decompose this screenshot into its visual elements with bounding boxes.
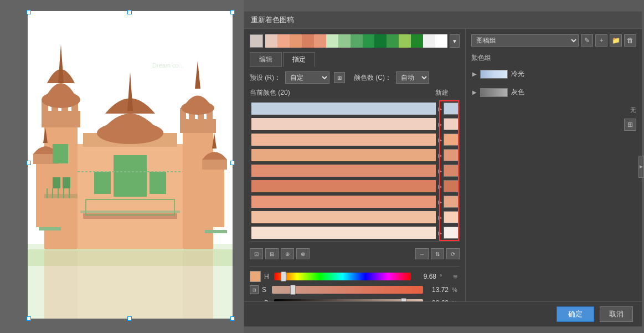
- arrow-icon-5: ▶: [438, 168, 442, 174]
- selection-handle-mr[interactable]: [230, 161, 235, 165]
- b-slider-thumb[interactable]: [401, 298, 406, 301]
- new-swatch-8[interactable]: [444, 211, 459, 223]
- swatch-color-5[interactable]: [314, 34, 326, 48]
- new-swatch-6[interactable]: [444, 180, 459, 192]
- group-select[interactable]: 图稿组: [471, 34, 579, 47]
- tab-assign[interactable]: 指定: [283, 52, 315, 67]
- tab-edit[interactable]: 编辑: [250, 52, 282, 67]
- color-list-header: 当前颜色 (20) 新建: [250, 88, 460, 98]
- add-group-btn[interactable]: +: [595, 34, 607, 47]
- arrow-icon-3: ▶: [438, 137, 442, 143]
- delete-group-btn[interactable]: 🗑: [624, 34, 636, 47]
- color-bar-3[interactable]: [251, 134, 436, 146]
- color-bar-7[interactable]: [251, 196, 436, 208]
- ok-button[interactable]: 确定: [557, 306, 594, 322]
- h-slider-thumb[interactable]: [281, 271, 286, 281]
- swatch-color-11[interactable]: [387, 34, 399, 48]
- swatch-color-8[interactable]: [351, 34, 363, 48]
- color-row-5: ▶: [250, 163, 459, 178]
- grid-placeholder: ⊞: [471, 119, 636, 131]
- swatch-color-4[interactable]: [302, 34, 314, 48]
- new-swatch-7[interactable]: [444, 196, 459, 208]
- selection-handle-bm[interactable]: [127, 316, 132, 321]
- cancel-button[interactable]: 取消: [600, 306, 633, 322]
- watermark-text: Dream co...: [152, 62, 184, 69]
- swatch-color-7[interactable]: [338, 34, 351, 48]
- castle-illustration: [28, 11, 233, 319]
- swatch-color-14[interactable]: [423, 34, 435, 48]
- grid-icon-button[interactable]: ⊞: [334, 72, 345, 83]
- cg-name-2: 灰色: [511, 88, 524, 97]
- swatch-color-12[interactable]: [399, 34, 411, 48]
- color-group-item-2[interactable]: ▶ 灰色: [471, 85, 636, 99]
- swatch-color-15[interactable]: [435, 34, 447, 48]
- selection-handle-tr[interactable]: [230, 10, 235, 14]
- color-bar-2[interactable]: [251, 118, 436, 130]
- new-swatch-4[interactable]: [444, 149, 459, 161]
- swatch-bar: ▼: [250, 34, 460, 48]
- color-merge-btn[interactable]: ⊞: [265, 248, 279, 259]
- selection-handle-ml[interactable]: [27, 161, 31, 165]
- b-slider-track[interactable]: [274, 299, 423, 301]
- swatch-strip: [265, 34, 447, 48]
- swatch-color-3[interactable]: [290, 34, 302, 48]
- new-swatch-2[interactable]: [444, 118, 459, 130]
- distribute-btn[interactable]: ↔: [415, 248, 429, 259]
- cg-swatch-2: [480, 88, 508, 97]
- preset-select[interactable]: 自定: [285, 71, 329, 84]
- tabs-row: 编辑 指定: [250, 52, 460, 67]
- selection-handle-tl[interactable]: [27, 10, 31, 14]
- swatch-color-9[interactable]: [363, 34, 375, 48]
- h-slider-row: H 9.68 ° ≡: [250, 271, 460, 282]
- panel-collapse-arrow[interactable]: ►: [638, 156, 644, 178]
- selection-handle-bl[interactable]: [27, 316, 31, 321]
- swatch-preview: [250, 34, 263, 48]
- selection-handle-tm[interactable]: [127, 10, 132, 14]
- cg-swatch-1: [480, 70, 508, 79]
- swatch-color-1[interactable]: [265, 34, 277, 48]
- s-unit: %: [452, 286, 460, 293]
- b-slider-row: B 88.63 %: [250, 298, 460, 301]
- sort-btn[interactable]: ⇅: [431, 248, 444, 259]
- h-value: 9.68: [414, 273, 436, 280]
- color-group-item-1[interactable]: ▶ 冷光: [471, 67, 636, 81]
- color-bar-5[interactable]: [251, 165, 436, 177]
- color-row-8: ▶: [250, 210, 459, 224]
- svg-rect-49: [80, 211, 180, 213]
- swatch-dropdown[interactable]: ▼: [450, 34, 460, 48]
- svg-rect-25: [205, 166, 224, 227]
- color-count-select[interactable]: 自动: [396, 71, 429, 84]
- color-add-btn[interactable]: ⊕: [281, 248, 294, 259]
- randomize-btn[interactable]: ⟳: [446, 248, 460, 259]
- h-slider-track[interactable]: [274, 273, 411, 280]
- preset-label: 预设 (R)：: [250, 73, 281, 83]
- color-count-btn[interactable]: ⊗: [296, 248, 310, 259]
- color-bar-6[interactable]: [251, 180, 436, 192]
- swatch-color-10[interactable]: [374, 34, 387, 48]
- s-slider-thumb[interactable]: [290, 285, 296, 295]
- arrow-icon-4: ▶: [438, 152, 442, 158]
- swatch-color-2[interactable]: [277, 34, 290, 48]
- svg-rect-46: [78, 250, 183, 319]
- right-panel: 图稿组 ✎ + 📁 🗑 颜色组 ▶ 冷光 ▶ 灰色 无: [466, 29, 642, 301]
- new-swatch-5[interactable]: [444, 165, 459, 177]
- s-slider-track[interactable]: [272, 286, 423, 294]
- arrow-icon-9: ▶: [438, 230, 442, 236]
- color-bar-9[interactable]: [251, 227, 436, 239]
- pencil-icon-btn[interactable]: ✎: [581, 34, 593, 47]
- new-swatch-1[interactable]: [444, 103, 459, 115]
- folder-icon-btn[interactable]: 📁: [610, 34, 622, 47]
- new-swatch-3[interactable]: [444, 134, 459, 146]
- color-bar-8[interactable]: [251, 211, 436, 223]
- canvas-area: Dream co...: [0, 0, 244, 333]
- selection-handle-br[interactable]: [230, 316, 235, 321]
- h-menu-icon[interactable]: ≡: [451, 272, 460, 281]
- h-unit: °: [440, 273, 447, 280]
- swatch-color-13[interactable]: [411, 34, 423, 48]
- new-swatch-9[interactable]: [444, 227, 459, 239]
- swatch-color-6[interactable]: [326, 34, 338, 48]
- color-bar-4[interactable]: [251, 149, 436, 161]
- color-filter-btn[interactable]: ⊡: [250, 248, 263, 259]
- color-bar-1[interactable]: [251, 103, 436, 115]
- grid-view-btn[interactable]: ⊞: [624, 119, 636, 131]
